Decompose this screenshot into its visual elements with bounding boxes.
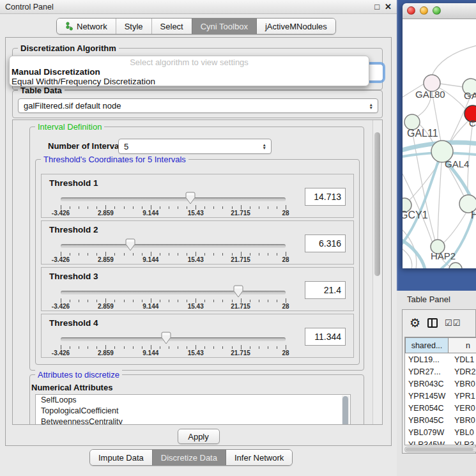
node-label-hap2: HAP2 (431, 250, 456, 261)
gear-icon[interactable]: ⚙ (410, 317, 420, 329)
table-row[interactable]: YBR045CYBR0 (405, 414, 476, 426)
table-column-header[interactable]: shared... (405, 337, 449, 353)
tick-label: -3.426 (42, 349, 80, 357)
table-cell: YLR345W (405, 440, 452, 446)
numerical-attributes-list[interactable]: SelfLoopsTopologicalCoefficientBetweenne… (35, 394, 351, 425)
slider-thumb[interactable] (161, 332, 171, 344)
table-data-combobox[interactable]: galFiltered.sif default node ▲▼ (18, 98, 378, 113)
tick-mark (286, 205, 286, 210)
tick-mark (250, 206, 250, 209)
slider-track[interactable] (61, 197, 286, 201)
slider-thumb[interactable] (125, 238, 135, 251)
table-panel-body: ⚙ ☑☑ shared...n YDL19...YDL1YDR27...YDR2… (402, 309, 476, 454)
tick-mark (88, 300, 88, 302)
tick-label: 28 (266, 256, 305, 263)
tab-cyni-toolbox[interactable]: Cyni Toolbox (192, 19, 256, 34)
tab-label: jActiveMNodules (265, 22, 327, 31)
tab-network[interactable]: Network (57, 19, 116, 34)
tick-label: 21.715 (222, 210, 260, 217)
slider-track[interactable] (61, 244, 286, 248)
tick-label: 28 (266, 210, 305, 217)
table-cell: YPR1 (452, 392, 476, 401)
threshold-value-field[interactable]: 11.344 (305, 328, 346, 346)
table-cell: YBR045C (405, 416, 452, 425)
float-window-icon[interactable]: □ (374, 2, 380, 12)
list-scrollbar[interactable] (342, 395, 349, 425)
tick-mark (196, 298, 196, 303)
number-of-intervals-combobox[interactable]: 5 ▲▼ (118, 139, 272, 154)
table-row[interactable]: YER054CYER0 (405, 402, 476, 414)
algorithm-dropdown-hint: Select algorithm to view settings (10, 58, 369, 67)
table-cell: YBR043C (405, 380, 452, 388)
attribute-list-item[interactable]: BetweennessCentrality (36, 417, 350, 425)
close-window-icon[interactable]: ✕ (385, 2, 392, 12)
tab-jactivemnodules[interactable]: jActiveMNodules (256, 19, 335, 34)
table-cell: YDL19... (405, 355, 452, 364)
close-traffic-light-icon[interactable] (407, 6, 415, 15)
tick-mark (88, 206, 88, 209)
tick-mark (277, 300, 277, 302)
attribute-list-item[interactable]: TopologicalCoefficient (36, 406, 350, 417)
algorithm-option-manual-discretization[interactable]: Manual Discretization (10, 67, 369, 77)
tick-mark (241, 345, 242, 349)
network-window-titlebar (403, 3, 476, 19)
tick-mark (259, 346, 259, 349)
zoom-traffic-light-icon[interactable] (433, 6, 441, 15)
tick-mark (213, 253, 214, 256)
table-row[interactable]: YBR043CYBR0 (405, 378, 476, 390)
table-row[interactable]: YPR145WYPR1 (405, 390, 476, 402)
tick-label: -3.426 (42, 210, 80, 217)
node-attribute-table[interactable]: shared...n YDL19...YDL1YDR27...YDR2YBR04… (404, 337, 476, 445)
table-row[interactable]: YLR345WYLR3 (405, 438, 476, 445)
threshold-value-field[interactable]: 21.4 (305, 281, 346, 299)
tick-mark (286, 298, 286, 303)
settings-vertical-scrollbar[interactable] (372, 120, 382, 424)
tab-label: Select (160, 22, 183, 31)
tick-mark (160, 253, 160, 256)
tick-mark (178, 206, 178, 209)
node-label-gal4: GAL4 (445, 158, 469, 169)
table-row[interactable]: YDL19...YDL1 (405, 353, 476, 365)
tick-mark (133, 253, 134, 256)
table-horizontal-scrollbar[interactable] (404, 447, 476, 452)
table-cell: YDR27... (405, 367, 452, 376)
slider-thumb[interactable] (185, 192, 196, 204)
tick-mark (169, 300, 169, 302)
bottom-tab-infer-network[interactable]: Infer Network (226, 450, 292, 465)
threshold-value-field[interactable]: 14.713 (305, 188, 346, 206)
threshold-label: Threshold 4 (49, 318, 98, 328)
bottom-tab-discretize-data[interactable]: Discretize Data (152, 450, 226, 465)
tick-label: 9.144 (132, 303, 170, 310)
tab-style[interactable]: Style (116, 19, 151, 34)
slider-track[interactable] (61, 337, 286, 341)
thresholds-groupbox: Threshold's Coordinates for 5 Intervals … (35, 159, 360, 365)
tick-mark (277, 253, 277, 256)
interval-definition-groupbox: Interval Definition Number of Intervals … (29, 127, 364, 371)
table-column-header[interactable]: n (449, 337, 476, 353)
tick-mark (259, 206, 259, 209)
tab-select[interactable]: Select (151, 19, 192, 34)
tick-mark (61, 298, 61, 303)
tick-mark (124, 346, 125, 349)
cyni-bottom-tabbar: Impute DataDiscretize DataInfer Network (89, 449, 293, 466)
tick-mark (204, 300, 205, 302)
tick-mark (70, 346, 70, 349)
tick-mark (88, 346, 88, 349)
tick-mark (169, 346, 169, 349)
table-row[interactable]: YDR27...YDR2 (405, 365, 476, 378)
split-table-icon[interactable] (427, 318, 438, 328)
attribute-list-item[interactable]: SelfLoops (36, 395, 350, 406)
network-canvas[interactable]: GAL80 GA C GAL11 GAL4 GCY1 H HAP2 (403, 19, 476, 268)
threshold-value-field[interactable]: 6.316 (305, 234, 346, 252)
algorithm-option-equal-width-frequency-discretization[interactable]: Equal Width/Frequency Discretization (10, 77, 369, 86)
table-row[interactable]: YBL079WYBL0 (405, 426, 476, 438)
minimize-traffic-light-icon[interactable] (420, 6, 428, 15)
tick-label: 2.859 (86, 303, 125, 310)
slider-thumb[interactable] (233, 285, 243, 298)
checkbox-icons[interactable]: ☑☑ (445, 318, 461, 328)
bottom-tab-impute-data[interactable]: Impute Data (90, 450, 152, 465)
apply-button[interactable]: Apply (178, 429, 220, 444)
tick-mark (187, 300, 187, 302)
screen: Control Panel □ ✕ NetworkStyleSelectCyni… (0, 0, 476, 476)
slider-track[interactable] (61, 291, 286, 295)
